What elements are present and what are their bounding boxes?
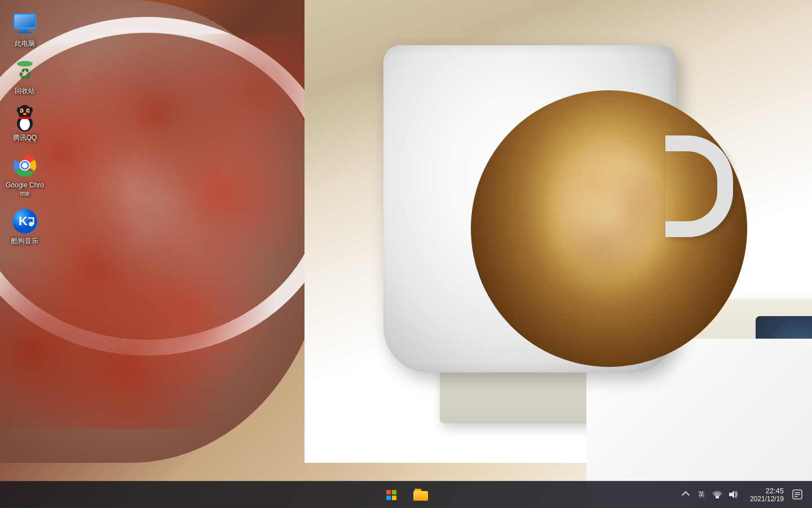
clock-area[interactable]: 22:45 2021/12/19 [742,485,787,505]
clock-date: 2021/12/19 [750,495,784,503]
svg-rect-35 [795,496,798,497]
win-logo-cell-4 [392,496,396,500]
svg-point-16 [20,118,30,130]
wallpaper-cup-body [383,45,677,373]
svg-point-12 [21,110,23,112]
recycle-icon-label: 回收站 [15,87,35,96]
svg-point-19 [29,107,33,113]
svg-point-13 [28,110,29,112]
svg-marker-31 [729,491,734,498]
win-logo-cell-3 [386,496,391,500]
wallpaper [0,0,812,508]
folder-icon [413,489,428,501]
clock-time: 22:45 [765,487,784,496]
folder-body [413,491,428,501]
svg-rect-2 [15,15,35,27]
wallpaper-coffee-area [304,0,812,463]
desktop-icon-kuwo[interactable]: K 酷狗音乐 [0,203,50,251]
recycle-bin-icon: ♻ [11,58,38,85]
svg-rect-30 [716,496,719,498]
taskbar-center [378,481,434,509]
desktop-icon-qq[interactable]: 腾讯QQ [0,100,50,147]
network-icon-button[interactable] [710,488,724,501]
start-button[interactable] [378,481,405,509]
show-hidden-icons-button[interactable] [679,488,692,501]
desktop-icon-chrome[interactable]: Google Chrome [0,147,50,203]
svg-rect-3 [21,29,28,32]
svg-text:♻: ♻ [18,65,32,83]
kuwo-icon: K [11,208,38,235]
svg-rect-29 [28,217,34,219]
svg-point-18 [17,107,20,113]
taskbar: 英 22:45 2021/12/19 [0,481,812,508]
svg-rect-4 [18,32,32,33]
computer-icon [11,10,38,37]
svg-rect-34 [795,494,800,496]
action-center-icon [792,489,802,500]
taskbar-right: 英 22:45 2021/12/19 [679,485,812,505]
windows-logo-icon [386,490,396,500]
computer-icon-label: 此电脑 [15,40,35,49]
desktop-icon-computer[interactable]: 此电脑 [0,6,50,53]
svg-point-14 [23,113,27,115]
network-icon [712,489,722,500]
win-logo-cell-1 [386,490,391,494]
chrome-icon-label: Google Chrome [3,181,46,199]
svg-point-27 [29,222,33,226]
language-label: 英 [698,490,705,500]
svg-rect-17 [19,117,31,119]
svg-point-23 [22,163,28,168]
desktop-icon-recycle[interactable]: ♻ 回收站 [0,53,50,100]
speaker-icon [728,489,738,500]
win-logo-cell-2 [392,490,396,494]
chevron-up-icon [682,491,690,499]
action-center-button[interactable] [789,487,805,502]
svg-text:K: K [19,214,28,228]
kuwo-icon-label: 酷狗音乐 [11,237,38,246]
qq-icon-label: 腾讯QQ [13,134,37,143]
svg-rect-33 [795,492,800,493]
qq-icon [11,104,38,132]
desktop-icons: 此电脑 ♻ 回收站 [0,0,50,256]
chrome-icon [11,152,38,179]
volume-icon-button[interactable] [726,488,740,501]
language-indicator[interactable]: 英 [695,488,708,501]
taskbar-file-explorer[interactable] [407,481,434,509]
